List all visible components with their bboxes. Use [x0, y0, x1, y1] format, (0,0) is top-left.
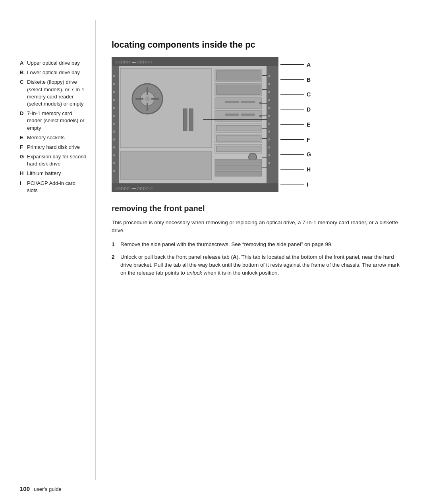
sidebar-item-b: B Lower optical drive bay: [20, 69, 87, 76]
svg-rect-60: [216, 146, 260, 152]
line-i: [280, 185, 304, 185]
label-i-text: I: [307, 181, 308, 188]
letter-i: I: [20, 180, 25, 194]
svg-rect-62: [120, 152, 212, 179]
svg-text:U: U: [268, 162, 270, 165]
svg-rect-58: [216, 136, 260, 141]
svg-text:U: U: [268, 82, 270, 86]
svg-rect-41: [225, 113, 239, 116]
diagram-label-a: A: [280, 62, 311, 68]
label-e-text: E: [307, 121, 310, 128]
line-g: [280, 154, 304, 155]
svg-rect-34: [216, 71, 260, 80]
svg-text:U: U: [113, 122, 115, 125]
sidebar: A Upper optical drive bay B Lower optica…: [0, 20, 91, 480]
svg-text:U: U: [268, 74, 270, 78]
page-container: A Upper optical drive bay B Lower optica…: [0, 0, 429, 504]
line-d: [280, 110, 304, 110]
svg-text:U: U: [113, 82, 115, 86]
letter-d: D: [20, 110, 25, 132]
letter-h: H: [20, 170, 25, 177]
svg-text:U: U: [113, 169, 115, 173]
sidebar-item-a: A Upper optical drive bay: [20, 60, 87, 67]
label-a-text: A: [307, 62, 311, 68]
text-a: Upper optical drive bay: [27, 60, 87, 67]
text-c: Diskette (floppy) drive (select models),…: [27, 79, 87, 108]
svg-rect-40: [241, 101, 255, 103]
svg-text:U: U: [113, 106, 115, 110]
svg-rect-54: [189, 109, 193, 131]
sidebar-item-c: C Diskette (floppy) drive (select models…: [20, 79, 87, 108]
svg-text:U: U: [113, 74, 115, 78]
svg-text:U: U: [268, 130, 270, 133]
diagram-label-c: C: [280, 91, 311, 98]
svg-text:U: U: [113, 162, 115, 165]
svg-text:U: U: [268, 114, 270, 117]
diagram-label-b: B: [280, 77, 311, 83]
labels-panel: A B C D E: [278, 57, 311, 192]
svg-text:U: U: [113, 114, 115, 117]
svg-text:U: U: [113, 154, 115, 157]
sidebar-item-g: G Expansion bay for second hard disk dri…: [20, 153, 87, 167]
svg-text:U: U: [113, 138, 115, 141]
text-g: Expansion bay for second hard disk drive: [27, 153, 87, 167]
diagram-label-i: I: [280, 181, 311, 188]
page-label: user's guide: [34, 486, 62, 492]
svg-text:▷▷▷▷▷ ▬ ▷▷▷▷▷: ▷▷▷▷▷ ▬ ▷▷▷▷▷: [115, 186, 153, 190]
line-f: [280, 139, 304, 140]
text-b: Lower optical drive bay: [27, 69, 87, 76]
diagram-wrapper: ▷▷▷▷▷ ▬ ▷▷▷▷▷ ▷▷▷▷▷ ▬ ▷▷▷▷▷ U U U U U U …: [112, 57, 405, 192]
letter-g: G: [20, 153, 25, 167]
svg-text:U: U: [268, 138, 270, 141]
svg-text:U: U: [113, 130, 115, 133]
svg-rect-53: [183, 109, 187, 131]
sidebar-item-d: D 7-In-1 memory card reader (select mode…: [20, 110, 87, 132]
text-h: Lithium battery: [27, 170, 87, 177]
steps-list: 1 Remove the side panel with the thumbsc…: [112, 240, 405, 277]
svg-point-44: [259, 115, 262, 117]
step1-text: Remove the side panel with the thumbscre…: [120, 240, 332, 248]
step2-text: Unlock or pull back the front panel rele…: [120, 253, 405, 277]
section2-title: removing the front panel: [112, 204, 405, 213]
letter-f: F: [20, 144, 25, 151]
svg-rect-42: [241, 113, 255, 116]
label-d-text: D: [307, 106, 311, 113]
diagram-label-f: F: [280, 137, 311, 143]
page-footer: 100 user's guide: [20, 485, 62, 492]
diagram-label-e: E: [280, 121, 311, 128]
label-h-text: H: [307, 166, 311, 173]
svg-rect-39: [225, 101, 239, 103]
svg-point-48: [145, 96, 150, 101]
line-c: [280, 94, 304, 95]
svg-text:U: U: [268, 154, 270, 157]
svg-rect-64: [215, 165, 262, 170]
svg-rect-36: [216, 85, 260, 94]
line-e: [280, 124, 304, 125]
diagram-label-h: H: [280, 166, 311, 173]
svg-point-43: [259, 102, 262, 104]
svg-text:U: U: [268, 98, 270, 102]
section2-intro: This procedure is only necessary when re…: [112, 219, 405, 235]
svg-text:U: U: [113, 98, 115, 102]
text-e: Memory sockets: [27, 134, 87, 141]
label-g-text: G: [307, 151, 311, 158]
pc-diagram: ▷▷▷▷▷ ▬ ▷▷▷▷▷ ▷▷▷▷▷ ▬ ▷▷▷▷▷ U U U U U U …: [112, 57, 278, 192]
main-content: locating components inside the pc ▷▷▷▷▷ …: [100, 20, 429, 480]
text-f: Primary hard disk drive: [27, 144, 87, 151]
svg-text:U: U: [113, 90, 115, 94]
letter-a: A: [20, 60, 25, 67]
step2-number: 2: [112, 253, 117, 277]
label-c-text: C: [307, 91, 311, 98]
sidebar-item-f: F Primary hard disk drive: [20, 144, 87, 151]
svg-text:U: U: [268, 106, 270, 110]
svg-text:▷▷▷▷▷ ▬ ▷▷▷▷▷: ▷▷▷▷▷ ▬ ▷▷▷▷▷: [115, 60, 153, 64]
label-b-text: B: [307, 77, 311, 83]
text-d: 7-In-1 memory card reader (select models…: [27, 110, 87, 132]
letter-e: E: [20, 134, 25, 141]
page-divider: [95, 20, 96, 480]
label-f-text: F: [307, 137, 310, 143]
svg-rect-65: [215, 171, 262, 176]
letter-c: C: [20, 79, 25, 108]
diagram-container: ▷▷▷▷▷ ▬ ▷▷▷▷▷ ▷▷▷▷▷ ▬ ▷▷▷▷▷ U U U U U U …: [112, 57, 405, 192]
text-i: PCI/AGP Add-in card slots: [27, 180, 87, 194]
